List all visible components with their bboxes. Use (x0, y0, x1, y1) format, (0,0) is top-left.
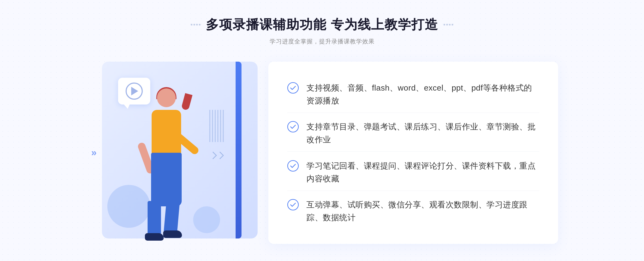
feature-text-3: 学习笔记回看、课程提问、课程评论打分、课件资料下载，重点内容收藏 (306, 159, 539, 185)
svg-point-0 (288, 83, 298, 93)
figure-pants (151, 153, 182, 206)
accent-bar (236, 62, 241, 238)
feature-item-3: 学习笔记回看、课程提问、课程评论打分、课件资料下载，重点内容收藏 (287, 154, 539, 191)
feature-item-1: 支持视频、音频、flash、word、excel、ppt、pdf等各种格式的资源… (287, 76, 539, 113)
title-decorator-right (444, 24, 453, 25)
deco-chevrons (210, 153, 223, 158)
figure-body (152, 110, 181, 158)
features-panel: 支持视频、音频、flash、word、excel、ppt、pdf等各种格式的资源… (268, 62, 558, 244)
chevron-icon-2 (216, 152, 224, 159)
title-row: 多项录播课辅助功能 专为线上教学打造 (191, 16, 453, 33)
svg-point-3 (288, 199, 298, 210)
figure-shoe-right (163, 230, 182, 238)
feature-text-2: 支持章节目录、弹题考试、课后练习、课后作业、章节测验、批改作业 (306, 120, 539, 146)
feature-item-4: 互动弹幕、试听购买、微信分享、观看次数限制、学习进度跟踪、数据统计 (287, 193, 539, 229)
page-container: 多项录播课辅助功能 专为线上教学打造 学习进度全掌握，提升录播课教学效果 (0, 0, 644, 261)
svg-point-2 (288, 161, 298, 171)
content-area: » (86, 56, 558, 249)
figure-leg-left (148, 201, 161, 236)
svg-point-1 (288, 121, 298, 132)
page-title: 多项录播课辅助功能 专为线上教学打造 (206, 16, 438, 33)
check-icon-4 (287, 199, 299, 211)
check-icon-2 (287, 121, 299, 133)
left-illustration: » (86, 56, 268, 249)
figure-leg-right (164, 200, 180, 234)
feature-text-1: 支持视频、音频、flash、word、excel、ppt、pdf等各种格式的资源… (306, 81, 539, 107)
header-section: 多项录播课辅助功能 专为线上教学打造 学习进度全掌握，提升录播课教学效果 (191, 16, 453, 46)
check-icon-3 (287, 160, 299, 172)
check-icon-1 (287, 82, 299, 94)
title-decorator-left (191, 24, 200, 25)
figure-head (157, 88, 176, 107)
figure-ponytail (181, 93, 193, 110)
figure-illustration (121, 88, 212, 244)
arrow-left-icon: » (91, 147, 97, 158)
page-subtitle: 学习进度全掌握，提升录播课教学效果 (191, 38, 453, 46)
feature-item-2: 支持章节目录、弹题考试、课后练习、课后作业、章节测验、批改作业 (287, 115, 539, 152)
feature-text-4: 互动弹幕、试听购买、微信分享、观看次数限制、学习进度跟踪、数据统计 (306, 198, 539, 224)
figure-shoe-left (145, 233, 164, 241)
